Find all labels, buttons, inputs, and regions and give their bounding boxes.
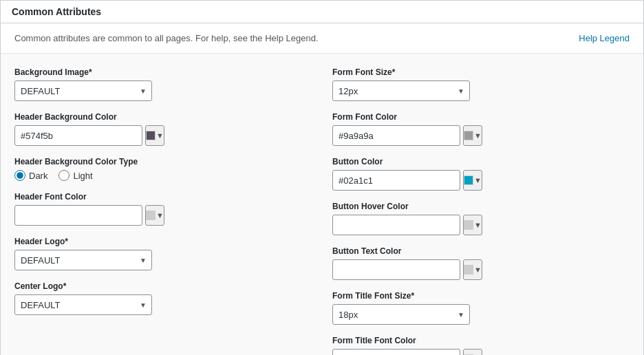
radio-dark-input[interactable] (14, 170, 25, 181)
top-bar-description: Common attributes are common to all page… (14, 33, 319, 43)
form-font-color-picker-button[interactable]: ▼ (463, 125, 482, 146)
button-color-swatch (464, 175, 473, 185)
form-font-color-swatch (464, 131, 473, 140)
button-hover-color-swatch (464, 220, 473, 230)
center-logo-select[interactable]: DEFAULT (14, 294, 152, 315)
background-image-select[interactable]: DEFAULT (14, 80, 152, 101)
button-color-row: ▼ (332, 170, 470, 191)
center-logo-label: Center Logo* (14, 281, 312, 291)
header-logo-select-wrapper: DEFAULT ▼ (14, 250, 152, 270)
button-color-picker-button[interactable]: ▼ (463, 170, 482, 191)
header-bg-color-row: ▼ (14, 125, 152, 146)
form-font-color-input[interactable] (332, 125, 460, 146)
header-bg-color-type-field: Header Background Color Type Dark Light (14, 157, 312, 181)
form-font-color-field: Form Font Color ▼ (332, 112, 630, 146)
button-hover-color-arrow-icon: ▼ (474, 221, 482, 229)
page-header: Common Attributes (1, 1, 643, 23)
button-hover-color-picker-button[interactable]: ▼ (463, 215, 482, 235)
button-hover-color-label: Button Hover Color (332, 202, 630, 211)
form-font-size-label: Form Font Size* (332, 67, 630, 77)
page-title: Common Attributes (12, 6, 101, 17)
button-hover-color-row: ▼ (332, 215, 470, 235)
form-title-font-color-row: ▼ (332, 349, 470, 355)
button-color-input[interactable] (332, 170, 460, 191)
header-font-color-label: Header Font Color (14, 192, 312, 202)
form-title-font-size-select[interactable]: 12px 14px 16px 18px 20px (332, 304, 470, 325)
header-bg-color-picker-button[interactable]: ▼ (145, 125, 164, 146)
background-image-select-wrapper: DEFAULT ▼ (14, 80, 152, 101)
form-title-font-size-label: Form Title Font Size* (332, 291, 630, 301)
button-text-color-arrow-icon: ▼ (474, 266, 482, 274)
button-text-color-picker-button[interactable]: ▼ (463, 259, 482, 280)
button-text-color-label: Button Text Color (332, 246, 630, 256)
radio-light-input[interactable] (58, 170, 69, 181)
right-column: Form Font Size* 12px 14px 16px 18px ▼ Fo… (332, 67, 630, 355)
center-logo-select-wrapper: DEFAULT ▼ (14, 294, 152, 315)
button-text-color-field: Button Text Color ▼ (332, 246, 630, 280)
radio-dark-item[interactable]: Dark (14, 170, 47, 181)
header-logo-select[interactable]: DEFAULT (14, 250, 152, 270)
help-legend-link[interactable]: Help Legend (579, 33, 630, 43)
header-font-color-arrow-icon: ▼ (156, 211, 164, 219)
button-hover-color-input[interactable] (332, 215, 460, 235)
header-bg-color-swatch (146, 131, 155, 140)
form-font-size-field: Form Font Size* 12px 14px 16px 18px ▼ (332, 67, 630, 101)
button-color-field: Button Color ▼ (332, 157, 630, 191)
header-bg-color-label: Header Background Color (14, 112, 312, 122)
radio-light-item[interactable]: Light (58, 170, 92, 181)
content-area: Background Image* DEFAULT ▼ Header Backg… (1, 54, 643, 355)
form-font-color-arrow-icon: ▼ (474, 131, 482, 140)
form-font-size-select-wrapper: 12px 14px 16px 18px ▼ (332, 80, 470, 101)
button-color-arrow-icon: ▼ (474, 176, 482, 184)
left-column: Background Image* DEFAULT ▼ Header Backg… (14, 67, 312, 355)
button-text-color-input[interactable] (332, 259, 460, 280)
radio-light-label: Light (73, 171, 92, 181)
header-font-color-swatch (146, 211, 155, 220)
header-bg-color-type-label: Header Background Color Type (14, 157, 312, 166)
header-font-color-row: ▼ (14, 205, 152, 226)
header-bg-color-arrow-icon: ▼ (156, 131, 164, 140)
header-font-color-picker-button[interactable]: ▼ (145, 205, 164, 226)
form-title-font-color-input[interactable] (332, 349, 460, 355)
form-font-size-select[interactable]: 12px 14px 16px 18px (332, 80, 470, 101)
form-title-font-size-field: Form Title Font Size* 12px 14px 16px 18p… (332, 291, 630, 325)
header-font-color-field: Header Font Color ▼ (14, 192, 312, 226)
form-title-font-size-select-wrapper: 12px 14px 16px 18px 20px ▼ (332, 304, 470, 325)
form-title-font-color-picker-button[interactable]: ▼ (463, 349, 482, 355)
header-logo-field: Header Logo* DEFAULT ▼ (14, 237, 312, 270)
header-bg-color-type-radio-group: Dark Light (14, 170, 312, 181)
center-logo-field: Center Logo* DEFAULT ▼ (14, 281, 312, 315)
top-bar: Common attributes are common to all page… (1, 23, 643, 54)
button-color-label: Button Color (332, 157, 630, 166)
form-title-font-color-label: Form Title Font Color (332, 336, 630, 345)
form-font-color-row: ▼ (332, 125, 470, 146)
button-hover-color-field: Button Hover Color ▼ (332, 202, 630, 235)
page-wrapper: Common Attributes Common attributes are … (0, 0, 644, 355)
button-text-color-swatch (464, 265, 473, 275)
form-title-font-color-field: Form Title Font Color ▼ (332, 336, 630, 355)
button-text-color-row: ▼ (332, 259, 470, 280)
form-font-color-label: Form Font Color (332, 112, 630, 122)
radio-dark-label: Dark (29, 171, 47, 181)
header-logo-label: Header Logo* (14, 237, 312, 246)
background-image-label: Background Image* (14, 67, 312, 77)
header-bg-color-input[interactable] (14, 125, 142, 146)
header-font-color-input[interactable] (14, 205, 142, 226)
background-image-field: Background Image* DEFAULT ▼ (14, 67, 312, 101)
header-bg-color-field: Header Background Color ▼ (14, 112, 312, 146)
